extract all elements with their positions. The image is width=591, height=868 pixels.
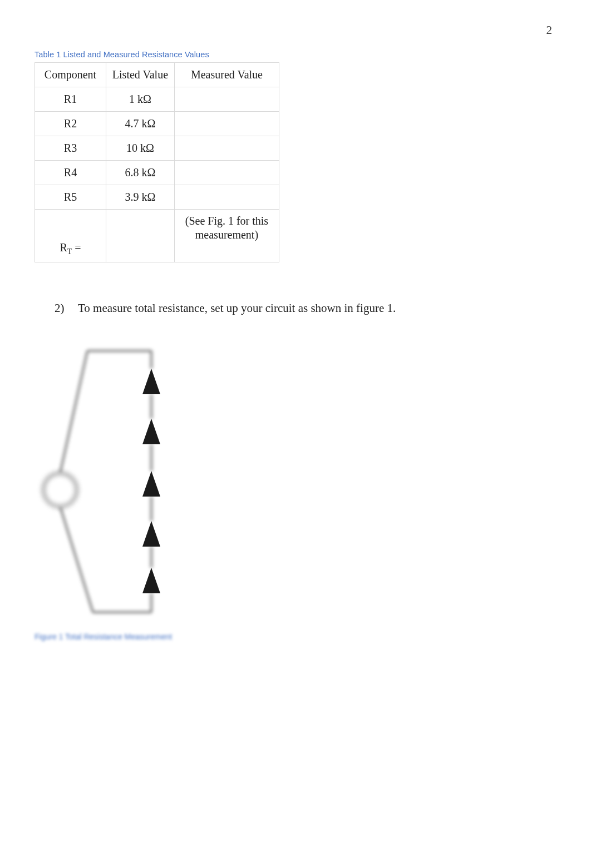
svg-marker-4 <box>142 521 160 547</box>
table-total-row: RT = (See Fig. 1 for this measurement) <box>35 210 279 262</box>
table-header-row: Component Listed Value Measured Value <box>35 63 279 87</box>
cell-listed: 1 kΩ <box>106 87 175 112</box>
rt-prefix: R <box>60 241 67 254</box>
cell-component: R1 <box>35 87 106 112</box>
header-listed: Listed Value <box>106 63 175 87</box>
cell-total-label: RT = <box>35 210 106 262</box>
table-row: R2 4.7 kΩ <box>35 112 279 136</box>
svg-marker-2 <box>142 419 160 444</box>
table-row: R5 3.9 kΩ <box>35 185 279 210</box>
step-number: 2) <box>55 301 68 315</box>
svg-marker-5 <box>142 568 160 593</box>
cell-measured <box>174 161 279 185</box>
cell-component: R3 <box>35 136 106 161</box>
cell-measured <box>174 112 279 136</box>
total-measured-note: (See Fig. 1 for this measurement) <box>179 214 274 242</box>
cell-component: R2 <box>35 112 106 136</box>
page: 2 Table 1 Listed and Measured Resistance… <box>0 0 591 868</box>
cell-listed: 4.7 kΩ <box>106 112 175 136</box>
table-row: R4 6.8 kΩ <box>35 161 279 185</box>
cell-total-listed <box>106 210 175 262</box>
cell-listed: 6.8 kΩ <box>106 161 175 185</box>
cell-listed: 3.9 kΩ <box>106 185 175 210</box>
cell-measured <box>174 87 279 112</box>
figure-1 <box>35 334 188 629</box>
table-caption: Table 1 Listed and Measured Resistance V… <box>35 50 556 59</box>
figure-caption: Figure 1 Total Resistance Measurement <box>35 632 188 641</box>
cell-measured <box>174 185 279 210</box>
table-row: R1 1 kΩ <box>35 87 279 112</box>
page-number: 2 <box>546 23 553 37</box>
header-measured: Measured Value <box>174 63 279 87</box>
svg-marker-3 <box>142 471 160 497</box>
svg-point-0 <box>43 473 77 507</box>
table-row: R3 10 kΩ <box>35 136 279 161</box>
cell-listed: 10 kΩ <box>106 136 175 161</box>
resistance-table: Component Listed Value Measured Value R1… <box>35 62 279 262</box>
rt-suffix: = <box>72 241 81 254</box>
step-text: To measure total resistance, set up your… <box>78 301 396 315</box>
procedure-step: 2) To measure total resistance, set up y… <box>55 301 556 315</box>
header-component: Component <box>35 63 106 87</box>
cell-component: R5 <box>35 185 106 210</box>
cell-total-measured: (See Fig. 1 for this measurement) <box>174 210 279 262</box>
circuit-diagram-icon <box>35 334 188 629</box>
cell-measured <box>174 136 279 161</box>
cell-component: R4 <box>35 161 106 185</box>
figure-wrap: Figure 1 Total Resistance Measurement <box>35 334 188 641</box>
svg-marker-1 <box>142 369 160 394</box>
